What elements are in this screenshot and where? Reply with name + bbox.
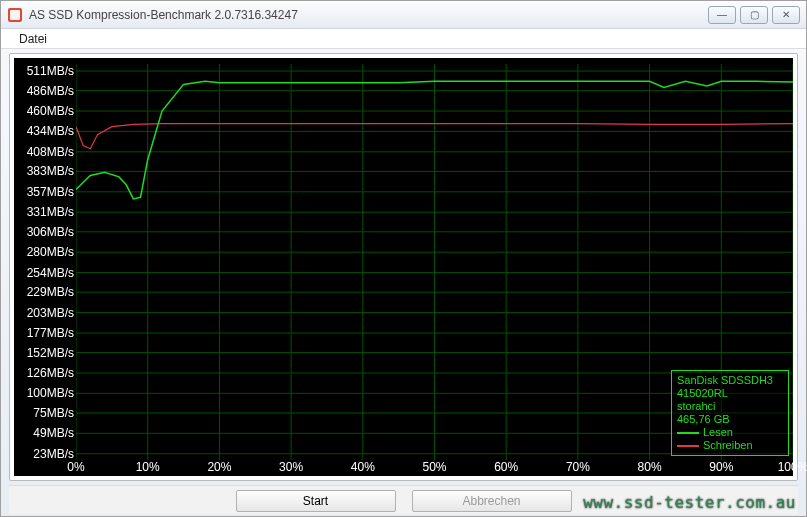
app-icon xyxy=(7,7,23,23)
legend-device: SanDisk SDSSDH3 xyxy=(677,374,783,387)
app-window: AS SSD Kompression-Benchmark 2.0.7316.34… xyxy=(0,0,807,517)
chart-area: 23MB/s49MB/s75MB/s100MB/s126MB/s152MB/s1… xyxy=(14,58,793,476)
content-frame: 23MB/s49MB/s75MB/s100MB/s126MB/s152MB/s1… xyxy=(9,53,798,481)
svg-rect-1 xyxy=(10,10,20,20)
y-axis-labels: 23MB/s49MB/s75MB/s100MB/s126MB/s152MB/s1… xyxy=(14,58,76,476)
menubar: Datei xyxy=(1,29,806,49)
minimize-button[interactable]: — xyxy=(708,6,736,24)
legend-read-label: Lesen xyxy=(703,426,733,439)
legend-write-label: Schreiben xyxy=(703,439,753,452)
legend-firmware: 415020RL xyxy=(677,387,783,400)
window-title: AS SSD Kompression-Benchmark 2.0.7316.34… xyxy=(29,8,708,22)
titlebar: AS SSD Kompression-Benchmark 2.0.7316.34… xyxy=(1,1,806,29)
legend-write-row: Schreiben xyxy=(677,439,783,452)
x-axis-labels: 0%10%20%30%40%50%60%70%80%90%100% xyxy=(76,460,793,476)
abort-button: Abbrechen xyxy=(412,490,572,512)
legend-box: SanDisk SDSSDH3 415020RL storahci 465,76… xyxy=(671,370,789,456)
legend-read-row: Lesen xyxy=(677,426,783,439)
watermark: www.ssd-tester.com.au xyxy=(583,493,796,512)
legend-write-swatch xyxy=(677,445,699,447)
close-button[interactable]: ✕ xyxy=(772,6,800,24)
legend-read-swatch xyxy=(677,432,699,434)
maximize-button[interactable]: ▢ xyxy=(740,6,768,24)
menu-file[interactable]: Datei xyxy=(15,31,51,47)
start-button[interactable]: Start xyxy=(236,490,396,512)
legend-driver: storahci xyxy=(677,400,783,413)
legend-capacity: 465,76 GB xyxy=(677,413,783,426)
window-controls: — ▢ ✕ xyxy=(708,6,800,24)
